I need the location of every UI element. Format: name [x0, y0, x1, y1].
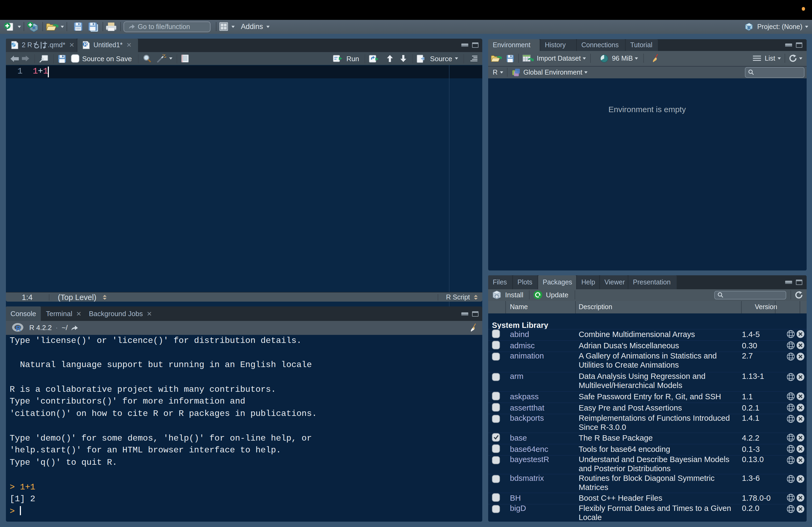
svg-text:R: R	[16, 325, 21, 333]
svg-text:R: R	[84, 42, 87, 47]
svg-text:R: R	[747, 25, 751, 30]
